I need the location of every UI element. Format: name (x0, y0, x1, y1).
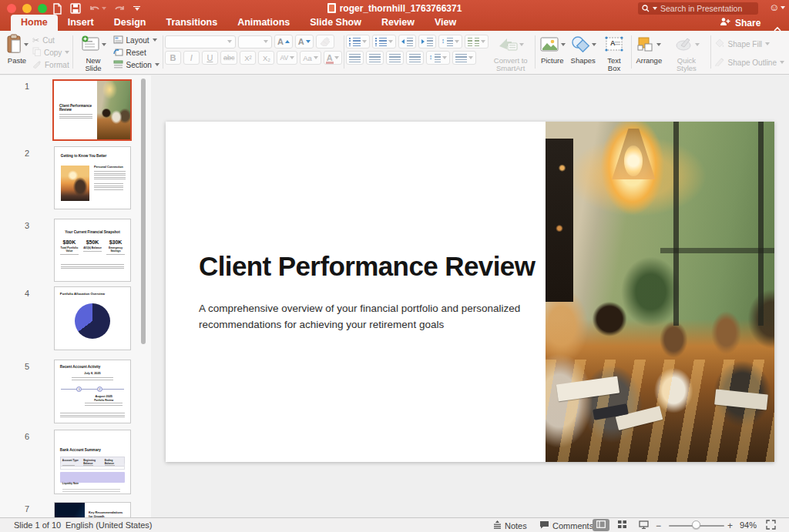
justify-button[interactable] (406, 51, 424, 65)
new-slide-button[interactable]: New Slide (75, 33, 111, 73)
tab-transitions[interactable]: Transitions (156, 15, 227, 31)
save-icon[interactable] (70, 3, 81, 14)
character-spacing-button[interactable]: AV (277, 51, 297, 65)
clear-formatting-button[interactable] (316, 35, 334, 49)
layout-button[interactable]: Layout (113, 35, 159, 45)
strikethrough-button[interactable]: abc (220, 51, 238, 65)
shape-fill-dropdown-caret[interactable] (765, 42, 770, 45)
underline-button[interactable]: U (202, 51, 218, 65)
new-slide-dropdown-caret[interactable] (102, 43, 106, 46)
convert-to-smartart-button[interactable]: Convert to SmartArt (489, 33, 533, 73)
shapes-button[interactable]: Shapes (568, 33, 599, 65)
font-color-button[interactable]: A (324, 51, 342, 65)
italic-button[interactable]: I (183, 51, 200, 65)
search-scope-caret[interactable] (653, 7, 657, 10)
numbered-list-button[interactable] (372, 35, 396, 49)
increase-indent-button[interactable] (418, 35, 436, 49)
language-indicator[interactable]: English (United States) (65, 520, 153, 530)
shape-outline-dropdown-caret[interactable] (780, 61, 784, 64)
tab-home[interactable]: Home (11, 15, 58, 31)
format-painter-button[interactable]: Format (32, 59, 69, 70)
search-box[interactable] (638, 2, 758, 15)
decrease-indent-button[interactable] (398, 35, 416, 49)
slide-subtitle[interactable]: A comprehensive overview of your financi… (199, 300, 549, 333)
section-dropdown-caret[interactable] (155, 63, 159, 66)
thumbnail-slide-5[interactable]: Recent Account Activity July 8, 2025 1 2… (54, 360, 131, 423)
slide-sorter-button[interactable] (613, 519, 630, 531)
minimize-button[interactable] (22, 4, 32, 13)
zoom-slider-knob[interactable] (692, 520, 700, 529)
text-direction-button[interactable] (426, 51, 450, 65)
quick-styles-dropdown-caret[interactable] (695, 43, 700, 46)
slide-show-button[interactable] (635, 519, 652, 531)
share-button[interactable]: Share (720, 17, 760, 28)
current-slide[interactable]: Client Performance Review A comprehensiv… (166, 122, 774, 462)
thumbnail-slide-3[interactable]: Your Current Financial Snapshot $80K Tot… (54, 219, 131, 282)
copy-dropdown-caret[interactable] (65, 51, 69, 54)
comments-button[interactable]: Comments (539, 520, 593, 531)
undo-dropdown-caret[interactable] (102, 7, 106, 10)
slide-title[interactable]: Client Performance Review (199, 251, 535, 282)
paste-dropdown-caret[interactable] (24, 43, 29, 46)
quick-styles-button[interactable]: Quick Styles (664, 33, 708, 73)
tab-animations[interactable]: Animations (227, 15, 300, 31)
close-button[interactable] (7, 4, 16, 13)
layout-dropdown-caret[interactable] (153, 38, 157, 42)
copy-button[interactable]: Copy (32, 47, 69, 58)
tab-review[interactable]: Review (371, 15, 425, 31)
font-size-select[interactable] (238, 35, 272, 49)
change-case-button[interactable]: Aa (300, 51, 321, 65)
section-button[interactable]: Section (113, 59, 159, 70)
notes-button[interactable]: Notes (493, 520, 527, 531)
thumbnail-slide-7[interactable]: Key Recommendations for Growth (54, 502, 131, 517)
normal-view-button[interactable] (593, 519, 609, 531)
customize-toolbar-icon[interactable] (133, 6, 140, 12)
thumbnail-scrollbar[interactable] (141, 79, 146, 344)
smartart-dropdown-caret[interactable] (519, 43, 524, 46)
align-right-button[interactable] (386, 51, 404, 65)
slide-image[interactable] (546, 122, 774, 462)
new-document-icon[interactable] (52, 3, 62, 15)
bullet-list-button[interactable] (346, 35, 370, 49)
undo-icon[interactable] (89, 4, 106, 14)
align-left-button[interactable] (346, 51, 364, 65)
align-text-button[interactable] (452, 51, 476, 65)
arrange-dropdown-caret[interactable] (656, 43, 661, 46)
thumbnail-slide-6[interactable]: Bank Account Summary Account Type Beginn… (54, 430, 131, 494)
tab-view[interactable]: View (425, 15, 466, 31)
feedback-smiley-icon[interactable]: ☺ (769, 2, 785, 13)
tab-slide-show[interactable]: Slide Show (300, 15, 371, 31)
bold-button[interactable]: B (165, 51, 181, 65)
align-center-button[interactable] (366, 51, 384, 65)
collapse-ribbon-icon[interactable] (774, 22, 781, 28)
tab-insert[interactable]: Insert (58, 15, 104, 31)
fit-slide-to-window-button[interactable] (766, 520, 776, 531)
zoom-in-button[interactable]: + (727, 520, 733, 531)
text-box-button[interactable]: A Text Box (599, 33, 630, 73)
subscript-button[interactable]: X₂ (258, 51, 274, 65)
columns-button[interactable] (465, 35, 489, 49)
thumbnail-slide-4[interactable]: Portfolio Allocation Overview (54, 286, 131, 350)
font-name-select[interactable] (165, 35, 236, 49)
grow-font-button[interactable]: A (274, 35, 293, 49)
shape-outline-button[interactable]: Shape Outline (714, 57, 784, 68)
redo-icon[interactable] (114, 4, 126, 14)
arrange-button[interactable]: Arrange (633, 33, 664, 65)
tab-design[interactable]: Design (104, 15, 156, 31)
thumbnail-slide-2[interactable]: Getting to Know You Better Personal Conn… (54, 146, 131, 209)
maximize-button[interactable] (38, 4, 47, 13)
line-spacing-button[interactable] (438, 35, 462, 49)
picture-dropdown-caret[interactable] (561, 43, 566, 46)
shape-fill-button[interactable]: Shape Fill (714, 38, 770, 49)
superscript-button[interactable]: X² (240, 51, 256, 65)
zoom-out-button[interactable]: − (656, 520, 661, 531)
picture-button[interactable]: Picture (537, 33, 568, 65)
paste-button[interactable]: Paste (3, 33, 31, 65)
thumbnail-slide-1[interactable]: Client Performance Review (52, 79, 132, 141)
shrink-font-button[interactable]: A (295, 35, 314, 49)
cut-button[interactable]: ✂Cut (32, 35, 69, 45)
shapes-dropdown-caret[interactable] (592, 43, 596, 46)
search-input[interactable] (660, 4, 764, 13)
zoom-percent[interactable]: 94% (740, 520, 757, 530)
reset-button[interactable]: Reset (113, 47, 159, 58)
